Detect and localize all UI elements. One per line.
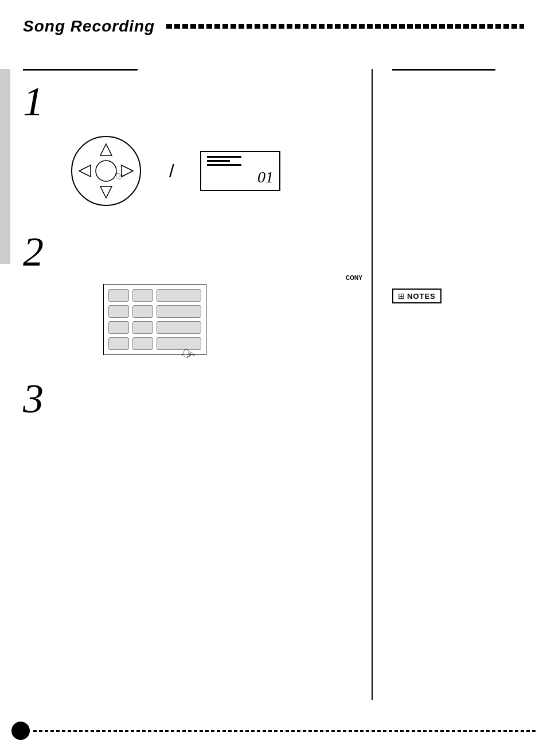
display-number: 01 xyxy=(207,168,274,186)
main-left-content: 1 ☞ xyxy=(23,69,367,442)
btn-small-7 xyxy=(108,337,129,350)
left-gray-bar xyxy=(0,69,10,264)
button-row-2 xyxy=(108,305,201,318)
step-2-illustration: CONY xyxy=(103,284,367,355)
right-section-divider xyxy=(392,69,495,71)
btn-small-4 xyxy=(132,305,153,318)
button-row-1 xyxy=(108,289,201,302)
step-2-section: 2 CONY xyxy=(23,231,367,355)
step-1-section: 1 ☞ xyxy=(23,81,367,208)
btn-small-5 xyxy=(108,321,129,334)
btn-small-3 xyxy=(108,305,129,318)
step-2-number: 2 xyxy=(23,231,367,272)
button-row-4: ☞ xyxy=(108,337,201,350)
display-line-1 xyxy=(207,156,241,158)
step-3-number: 3 xyxy=(23,378,367,419)
svg-point-1 xyxy=(96,161,116,181)
btn-small-8 xyxy=(132,337,153,350)
button-row-3 xyxy=(108,321,201,334)
display-line-2 xyxy=(207,160,230,162)
display-illustration: 01 xyxy=(200,151,280,191)
page-title: Song Recording xyxy=(23,17,155,36)
grid-label: CONY xyxy=(346,275,362,281)
bottom-dot-line xyxy=(33,730,536,732)
bottom-dots-row xyxy=(0,722,547,740)
btn-small-1 xyxy=(108,289,129,302)
btn-large-2 xyxy=(157,305,201,318)
btn-small-2 xyxy=(132,289,153,302)
notes-icon: ⊞ xyxy=(398,291,405,301)
section-divider-line xyxy=(23,69,138,71)
step-3-section: 3 xyxy=(23,378,367,419)
notes-badge: ⊞ NOTES xyxy=(392,289,441,303)
dpad-illustration: ☞ xyxy=(69,134,143,208)
button-grid: ☞ xyxy=(103,284,206,355)
step-1-illustration: ☞ / 01 xyxy=(69,134,367,208)
page-indicator-circle xyxy=(11,722,30,740)
notes-badge-container: ⊞ NOTES xyxy=(392,271,524,303)
page-header: Song Recording xyxy=(23,17,524,36)
main-right-content: ⊞ NOTES xyxy=(392,69,524,303)
slash-divider: / xyxy=(169,161,174,182)
notes-label: NOTES xyxy=(407,292,436,301)
btn-small-6 xyxy=(132,321,153,334)
btn-large-3 xyxy=(157,321,201,334)
display-line-3 xyxy=(207,164,241,166)
vertical-divider xyxy=(372,69,373,700)
display-lines xyxy=(207,156,274,166)
header-decoration xyxy=(166,24,524,29)
step-1-number: 1 xyxy=(23,81,367,122)
btn-large-1 xyxy=(157,289,201,302)
